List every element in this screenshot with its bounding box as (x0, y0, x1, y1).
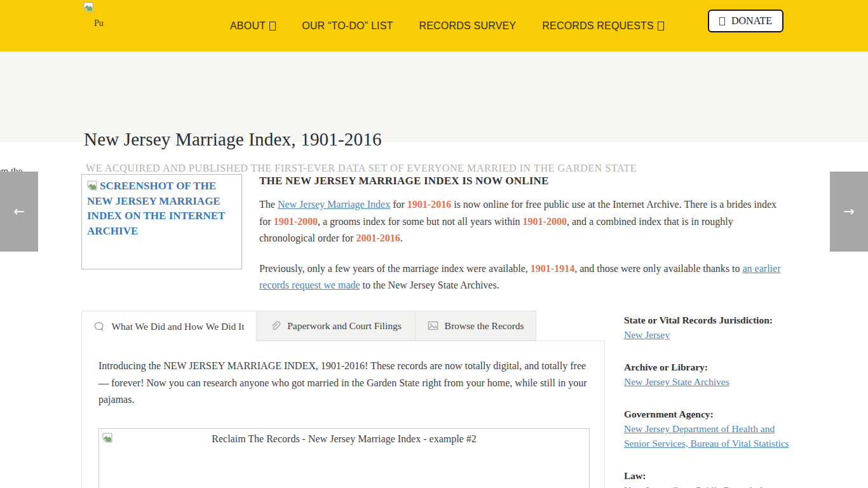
text-segment: . (400, 233, 403, 243)
dropdown-indicator-missing-glyph (658, 22, 664, 30)
tab-panel: Introducing the NEW JERSEY MARRIAGE INDE… (81, 341, 605, 488)
heart-icon-missing-glyph (719, 17, 725, 25)
sidebar-link-new-jersey[interactable]: New Jersey (624, 329, 670, 340)
article-paragraph: The New Jersey Marriage Index for 1901-2… (259, 196, 789, 247)
page-title-band: New Jersey Marriage Index, 1901-2016 WE … (0, 51, 868, 142)
page-title: New Jersey Marriage Index, 1901-2016 (84, 129, 382, 150)
sidebar-label: State or Vital Records Jurisdiction: (624, 313, 790, 327)
tab-paperwork-court-filings[interactable]: Paperwork and Court Filings (257, 311, 416, 341)
featured-image-alt-text: SCREENSHOT OF THE NEW JERSEY MARRIAGE IN… (87, 180, 225, 237)
text-segment: for (390, 199, 407, 210)
text-segment: 1901-2016 (407, 199, 451, 210)
text-segment: , a grooms index for some but not all ye… (318, 216, 523, 227)
sidebar-label: Government Agency: (624, 407, 790, 421)
inline-link[interactable]: New Jersey Marriage Index (278, 199, 390, 210)
text-segment: The (259, 199, 278, 210)
text-segment: 2001-2016 (356, 233, 400, 243)
nav-item-todo-list[interactable]: OUR “TO-DO” LIST (302, 20, 393, 32)
paperclip-icon (270, 320, 281, 331)
nav-item-records-requests[interactable]: RECORDS REQUESTS (542, 20, 664, 32)
article-paragraph: Previously, only a few years of the marr… (259, 261, 789, 294)
text-segment: 1901-2000 (523, 216, 567, 227)
dropdown-indicator-missing-glyph (269, 22, 276, 30)
left-arrow-icon: ← (13, 204, 25, 219)
logo-alt-text: Pu (94, 18, 104, 29)
featured-image-placeholder[interactable]: SCREENSHOT OF THE NEW JERSEY MARRIAGE IN… (81, 174, 242, 269)
sidebar-group-agency: Government Agency: New Jersey Department… (624, 407, 790, 451)
tab-intro-paragraph: Introducing the NEW JERSEY MARRIAGE INDE… (98, 358, 589, 409)
text-segment: to the New Jersey State Archives. (360, 280, 499, 290)
tab-label: Browse the Records (445, 320, 524, 332)
carousel-prev-button[interactable]: ← (0, 172, 38, 252)
tab-label: Paperwork and Court Filings (287, 320, 402, 332)
nav-item-about[interactable]: ABOUT (230, 20, 276, 32)
example-image-alt-text: Reclaim The Records - New Jersey Marriag… (99, 429, 589, 445)
text-segment: Previously, only a few years of the marr… (259, 263, 531, 274)
right-arrow-icon: → (843, 204, 855, 219)
broken-image-icon (102, 433, 112, 445)
sidebar-label: Law: (624, 468, 790, 483)
tab-bar: What We Did and How We Did It Paperwork … (81, 311, 536, 341)
broken-image-icon (83, 2, 93, 15)
site-header: Pu ABOUT OUR “TO-DO” LIST RECORDS SURVEY… (0, 0, 868, 51)
text-segment: , and those were only available thanks t… (574, 263, 742, 274)
donate-label: DONATE (731, 15, 772, 27)
carousel-next-button[interactable]: → (830, 172, 868, 252)
tab-what-we-did[interactable]: What We Did and How We Did It (81, 311, 257, 341)
sidebar-link-health-department[interactable]: New Jersey Department of Health and Seni… (624, 423, 789, 449)
sidebar-label: Archive or Library: (624, 360, 790, 374)
article-heading: THE NEW JERSEY MARRIAGE INDEX IS NOW ONL… (259, 175, 789, 187)
comment-icon (93, 321, 105, 332)
nav-label: RECORDS SURVEY (419, 20, 516, 32)
nav-label: RECORDS REQUESTS (542, 20, 654, 32)
tab-label: What We Did and How We Did It (111, 321, 244, 332)
sidebar-link-open-public-records-act[interactable]: New Jersey Open Public Records Act (624, 485, 772, 488)
nav-label: ABOUT (230, 20, 266, 32)
example-image-placeholder: Reclaim The Records - New Jersey Marriag… (98, 428, 590, 488)
sidebar-group-jurisdiction: State or Vital Records Jurisdiction: New… (624, 313, 790, 342)
sidebar-group-law: Law: New Jersey Open Public Records Act (624, 468, 790, 488)
sidebar-link-state-archives[interactable]: New Jersey State Archives (624, 376, 729, 387)
donate-button[interactable]: DONATE (708, 10, 783, 32)
image-icon (428, 320, 438, 331)
text-segment: 1901-2000 (274, 216, 318, 227)
sidebar-group-archive: Archive or Library: New Jersey State Arc… (624, 360, 790, 389)
nav-item-records-survey[interactable]: RECORDS SURVEY (419, 20, 516, 32)
text-segment: 1901-1914 (531, 263, 574, 274)
record-info-sidebar: State or Vital Records Jurisdiction: New… (624, 313, 790, 488)
article-intro: THE NEW JERSEY MARRIAGE INDEX IS NOW ONL… (259, 175, 789, 294)
tab-browse-records[interactable]: Browse the Records (416, 311, 536, 341)
broken-image-icon (87, 180, 97, 193)
nav-label: OUR “TO-DO” LIST (302, 20, 393, 32)
main-nav: ABOUT OUR “TO-DO” LIST RECORDS SURVEY RE… (230, 0, 664, 51)
site-logo[interactable]: Pu (83, 2, 140, 15)
page-subtitle: WE ACQUIRED AND PUBLISHED THE FIRST-EVER… (86, 163, 637, 174)
